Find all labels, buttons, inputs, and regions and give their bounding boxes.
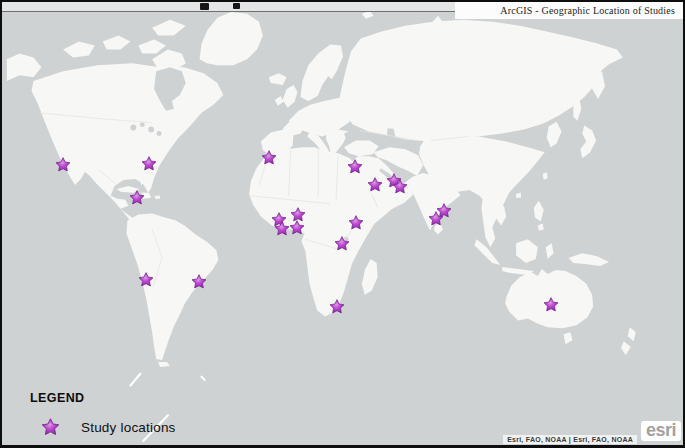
study-location-marker-eastern-united-states[interactable] bbox=[141, 156, 157, 172]
study-location-marker-bolivia[interactable] bbox=[138, 272, 154, 288]
study-location-marker-kenya-uganda[interactable] bbox=[334, 236, 350, 252]
cropped-text-fragment bbox=[200, 3, 209, 10]
esri-logo[interactable]: esri bbox=[641, 421, 681, 441]
legend: LEGEND Study locations bbox=[30, 391, 176, 437]
legend-item-label: Study locations bbox=[81, 420, 176, 435]
study-location-marker-southeastern-brazil[interactable] bbox=[191, 274, 207, 290]
study-location-star-icon bbox=[41, 418, 60, 437]
study-location-marker-caribbean[interactable] bbox=[129, 190, 145, 206]
study-location-marker-nigeria-south[interactable] bbox=[289, 220, 305, 236]
map-window: ArcGIS - Geographic Location of Studies … bbox=[0, 0, 685, 448]
study-location-marker-ghana-coast[interactable] bbox=[274, 221, 290, 237]
study-location-marker-southern-india[interactable] bbox=[428, 211, 444, 227]
map-title: ArcGIS - Geographic Location of Studies bbox=[500, 5, 675, 16]
study-location-marker-central-australia[interactable] bbox=[543, 297, 559, 313]
study-markers-layer bbox=[2, 2, 683, 445]
map-canvas[interactable]: ArcGIS - Geographic Location of Studies … bbox=[2, 2, 683, 445]
study-location-marker-southern-spain-morocco[interactable] bbox=[261, 150, 277, 166]
cropped-text-fragment bbox=[233, 3, 240, 9]
legend-heading: LEGEND bbox=[30, 391, 176, 405]
map-title-banner: ArcGIS - Geographic Location of Studies bbox=[455, 2, 683, 19]
study-location-marker-persian-gulf-south[interactable] bbox=[392, 179, 408, 195]
study-location-marker-eastern-mediterranean[interactable] bbox=[347, 159, 363, 175]
study-location-marker-ethiopia[interactable] bbox=[348, 215, 364, 231]
legend-item-study-locations: Study locations bbox=[30, 418, 176, 437]
study-location-marker-southwestern-united-states[interactable] bbox=[55, 157, 71, 173]
attribution-text: Esri, FAO, NOAA | Esri, FAO, NOAA bbox=[503, 435, 637, 444]
study-location-marker-central-saudi-arabia[interactable] bbox=[367, 177, 383, 193]
study-location-marker-south-africa[interactable] bbox=[329, 299, 345, 315]
